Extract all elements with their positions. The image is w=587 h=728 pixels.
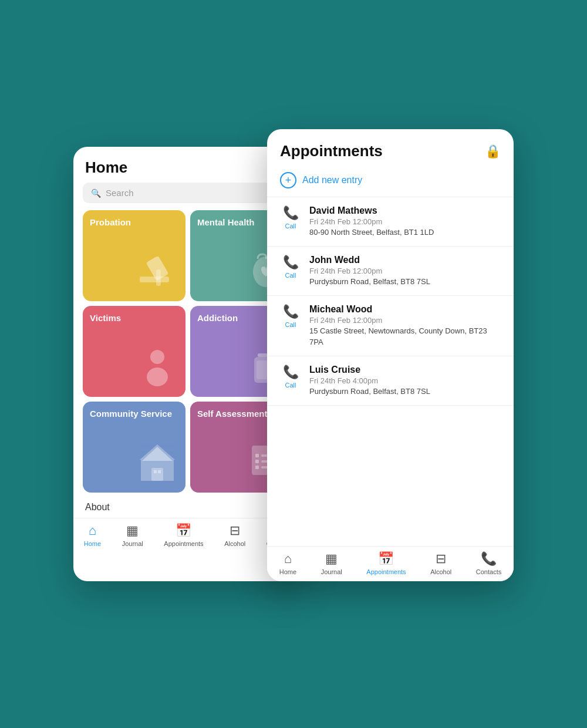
appt-item-3: 📞 Call Luis Cruise Fri 24th Feb 4:00pm P… (267, 356, 514, 406)
svg-rect-16 (255, 460, 259, 463)
appt-name-1: John Wedd (309, 255, 501, 265)
svg-rect-2 (156, 269, 161, 286)
call-button-3[interactable]: 📞 Call (280, 365, 301, 389)
nav-appointments[interactable]: 📅 Appointments (164, 523, 203, 547)
hammer-icon (134, 247, 181, 296)
svg-rect-15 (255, 454, 259, 457)
appt-item-2: 📞 Call Micheal Wood Fri 24th Feb 12:00pm… (267, 296, 514, 356)
appt-time-2: Fri 24th Feb 12:00pm (309, 316, 501, 325)
appt-addr-0: 80-90 North Street, Belfast, BT1 1LD (309, 227, 501, 238)
svg-point-4 (150, 350, 164, 364)
home-title: Home (85, 159, 127, 177)
svg-rect-12 (154, 470, 157, 473)
appt-lock-icon[interactable]: 🔒 (485, 144, 501, 159)
phone-icon-2: 📞 (283, 304, 299, 319)
tile-community-label: Community Service (90, 409, 178, 419)
appt-addr-3: Purdysburn Road, Belfast, BT8 7SL (309, 386, 501, 397)
phone-icon-0: 📞 (283, 205, 299, 221)
appt-appt-icon: 📅 (378, 551, 394, 567)
appt-name-0: David Mathews (309, 205, 501, 216)
tile-victims[interactable]: Victims (83, 306, 185, 397)
appt-appt-label: Appointments (366, 568, 406, 575)
appt-time-3: Fri 24th Feb 4:00pm (309, 376, 501, 385)
svg-point-5 (147, 368, 168, 386)
call-label-1: Call (285, 272, 296, 279)
journal-nav-icon: ▦ (126, 523, 139, 538)
appt-item-0: 📞 Call David Mathews Fri 24th Feb 12:00p… (267, 197, 514, 247)
appt-contacts-icon: 📞 (481, 551, 497, 567)
appointments-nav-label: Appointments (164, 540, 203, 547)
screens-container: Home 🔒 🔍 Search Probation Me (73, 129, 514, 599)
svg-rect-13 (158, 470, 161, 473)
appointments-list: 📞 Call David Mathews Fri 24th Feb 12:00p… (267, 197, 514, 441)
tile-community-service[interactable]: Community Service (83, 402, 185, 493)
appt-alcohol-label: Alcohol (430, 568, 451, 575)
house-icon (134, 439, 181, 488)
alcohol-nav-label: Alcohol (224, 540, 245, 547)
appt-journal-icon: ▦ (325, 551, 338, 567)
svg-rect-0 (140, 277, 169, 282)
appt-item-1: 📞 Call John Wedd Fri 24th Feb 12:00pm Pu… (267, 247, 514, 296)
home-nav-label: Home (84, 540, 101, 547)
search-placeholder: Search (106, 188, 134, 198)
call-button-1[interactable]: 📞 Call (280, 255, 301, 279)
nav-alcohol[interactable]: ⊟ Alcohol (224, 523, 245, 547)
call-label-2: Call (285, 321, 296, 328)
home-nav-icon: ⌂ (89, 523, 96, 538)
svg-rect-17 (255, 466, 259, 469)
appt-name-2: Micheal Wood (309, 304, 501, 315)
tile-probation[interactable]: Probation (83, 210, 185, 301)
person-icon (134, 343, 181, 392)
appt-nav-appointments[interactable]: 📅 Appointments (366, 551, 406, 575)
appt-addr-1: Purdysburn Road, Belfast, BT8 7SL (309, 277, 501, 287)
appt-details-1: John Wedd Fri 24th Feb 12:00pm Purdysbur… (309, 255, 501, 287)
appt-nav-home[interactable]: ⌂ Home (279, 551, 296, 575)
tile-probation-label: Probation (90, 217, 178, 227)
appt-contacts-label: Contacts (476, 568, 501, 575)
appt-time-0: Fri 24th Feb 12:00pm (309, 217, 501, 226)
call-button-2[interactable]: 📞 Call (280, 304, 301, 328)
appt-addr-2: 15 Castle Street, Newtownards, County Do… (309, 326, 501, 347)
tile-victims-label: Victims (90, 313, 178, 323)
appointments-header: Appointments 🔒 (267, 129, 514, 168)
call-button-0[interactable]: 📞 Call (280, 205, 301, 230)
appt-time-1: Fri 24th Feb 12:00pm (309, 267, 501, 275)
appointments-title: Appointments (280, 142, 383, 160)
appt-details-0: David Mathews Fri 24th Feb 12:00pm 80-90… (309, 205, 501, 238)
appt-nav-contacts[interactable]: 📞 Contacts (476, 551, 501, 575)
about-label: About (85, 502, 110, 513)
search-bar[interactable]: 🔍 Search (83, 183, 293, 203)
appt-home-label: Home (279, 568, 296, 575)
appt-nav-alcohol[interactable]: ⊟ Alcohol (430, 551, 451, 575)
appt-alcohol-icon: ⊟ (436, 551, 446, 567)
phone-icon-3: 📞 (283, 365, 299, 380)
appt-details-3: Luis Cruise Fri 24th Feb 4:00pm Purdysbu… (309, 365, 501, 397)
appt-home-icon: ⌂ (284, 551, 292, 567)
appt-bottom-nav: ⌂ Home ▦ Journal 📅 Appointments ⊟ Alcoho… (267, 546, 514, 581)
nav-journal[interactable]: ▦ Journal (122, 523, 143, 547)
appt-details-2: Micheal Wood Fri 24th Feb 12:00pm 15 Cas… (309, 304, 501, 347)
nav-home[interactable]: ⌂ Home (84, 523, 101, 547)
add-entry-row[interactable]: + Add new entry (267, 168, 514, 197)
appt-name-3: Luis Cruise (309, 365, 501, 375)
add-entry-label: Add new entry (302, 175, 362, 186)
appt-journal-label: Journal (321, 568, 342, 575)
call-label-0: Call (285, 223, 296, 230)
appointments-nav-icon: 📅 (176, 523, 191, 538)
add-entry-icon: + (280, 172, 296, 188)
search-icon: 🔍 (91, 188, 101, 198)
svg-rect-11 (151, 468, 163, 481)
appt-nav-journal[interactable]: ▦ Journal (321, 551, 342, 575)
call-label-3: Call (285, 382, 296, 389)
alcohol-nav-icon: ⊟ (230, 523, 240, 538)
appointments-screen: Appointments 🔒 + Add new entry 📞 Call Da… (267, 129, 514, 581)
phone-icon-1: 📞 (283, 255, 299, 270)
journal-nav-label: Journal (122, 540, 143, 547)
